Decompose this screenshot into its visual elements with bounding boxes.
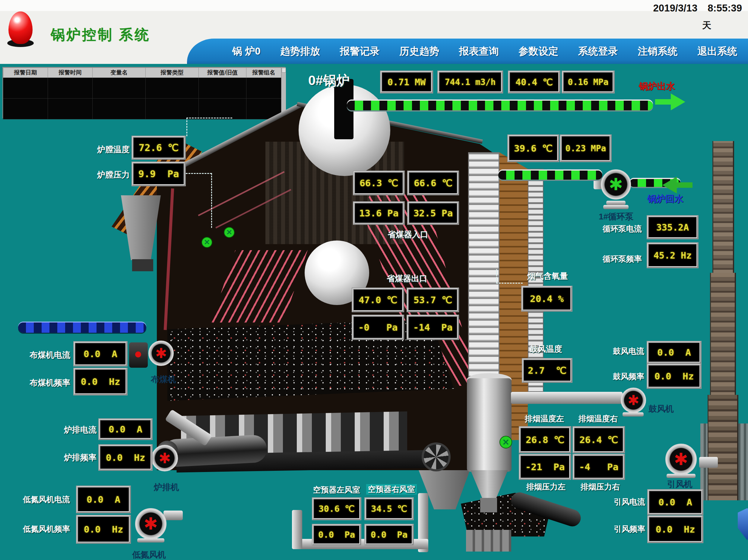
blast-fan-icon[interactable]: ✱ xyxy=(621,388,646,413)
grate-roller xyxy=(162,434,267,467)
lownox-blower-label: 低氮风机 xyxy=(132,549,166,560)
econ-outlet-temp1-display: 47.0 ℃ xyxy=(352,288,403,312)
fan-to-chimney-duct xyxy=(699,457,718,468)
alarm-col-variable: 变量名 xyxy=(93,68,146,78)
menu-system-login[interactable]: 系统登录 xyxy=(578,45,618,58)
menu-exit-system[interactable]: 退出系统 xyxy=(697,45,737,58)
menu-report-query[interactable]: 报表查询 xyxy=(459,45,499,58)
boiler-hmi-screen: 锅炉控制 系统 2019/3/13 8:55:39 天 锅 炉0 趋势排放 报警… xyxy=(0,0,748,560)
menu-alarm-records[interactable]: 报警记录 xyxy=(340,45,380,58)
econ-inlet-temp2-display: 66.6 ℃ xyxy=(408,171,459,195)
date-text: 2019/3/13 xyxy=(653,2,697,14)
coal-feed-pipe xyxy=(18,322,146,333)
exhaust-pres-right-label: 排烟压力右 xyxy=(581,482,620,492)
oxygen-label: 烟气含氧量 xyxy=(527,271,568,282)
alarm-table: 报警日期 报警时间 变量名 报警类型 报警值/旧值 报警组名 xyxy=(2,67,285,118)
circ-current-display: 335.2A xyxy=(647,216,698,239)
aph-left-label: 空预器左风室 xyxy=(313,485,360,495)
dashed-connector xyxy=(186,118,232,118)
induced-freq-display: 0.0 Hz xyxy=(648,516,703,542)
datetime-display: 2019/3/13 8:55:39 xyxy=(633,2,742,14)
coal-machine-label: 布煤机 xyxy=(151,374,176,385)
econ-inlet-pres2-display: 32.5 Pa xyxy=(408,202,459,224)
impeller-glyph: ✱ xyxy=(609,176,623,193)
furnace-pressure-display: 9.9 Pa xyxy=(132,162,185,186)
grate-current-label: 炉排电流 xyxy=(64,424,96,435)
valve-x-glyph: ✕ xyxy=(502,437,509,447)
lownox-outlet xyxy=(163,511,183,520)
exhaust-pres-left-label: 排烟压力左 xyxy=(526,482,565,492)
aph-right-pres-display: 0.0 Pa xyxy=(365,525,413,545)
dashed-connector xyxy=(496,283,523,284)
blast-temp-label: 鼓风温度 xyxy=(530,344,562,355)
alarm-col-date: 报警日期 xyxy=(3,68,48,78)
aph-right-label: 空预器右风室 xyxy=(366,484,417,494)
lownox-freq-display: 0.0 Hz xyxy=(77,515,130,543)
grate-machine-icon[interactable]: ✱ xyxy=(151,445,178,471)
outlet-arrow-icon xyxy=(655,93,685,110)
boiler-title: 0#锅炉 xyxy=(308,72,350,90)
econ-inlet-pres1-display: 13.6 Pa xyxy=(353,202,404,224)
flue-duct xyxy=(511,392,623,404)
exhaust-pres-left-display: -21 Pa xyxy=(519,455,571,479)
menu-boiler0[interactable]: 锅 炉0 xyxy=(232,45,261,58)
alarm-col-time: 报警时间 xyxy=(48,68,93,78)
time-text: 8:55:39 xyxy=(707,2,742,14)
circulation-pump-icon[interactable]: ✱ xyxy=(601,169,631,199)
dust-collector-body xyxy=(467,378,512,472)
power-display: 0.71 MW xyxy=(381,71,433,93)
chimney-base xyxy=(707,395,738,500)
return-pressure-display: 0.23 MPa xyxy=(560,135,611,162)
induced-fan-label: 引风机 xyxy=(667,479,693,490)
day-label: 天 xyxy=(702,19,711,32)
dashed-connector xyxy=(186,118,187,136)
exhaust-temp-left-label: 排烟温度左 xyxy=(525,414,564,424)
blast-temp-display: 2.7 ℃ xyxy=(522,359,572,382)
valve-icon[interactable]: ✕ xyxy=(224,227,235,238)
table-row xyxy=(3,78,281,99)
blast-fan-label: 鼓风机 xyxy=(649,403,674,415)
furnace-temp-display: 72.6 ℃ xyxy=(132,136,185,159)
alarm-table-grid: 报警日期 报警时间 变量名 报警类型 报警值/旧值 报警组名 xyxy=(3,68,281,119)
impeller-glyph: ✱ xyxy=(159,451,171,465)
circulation-pump-label: 1#循环泵 xyxy=(599,211,633,222)
dust-collector-cone xyxy=(470,470,508,499)
menu-trend-emission[interactable]: 趋势排放 xyxy=(280,45,320,58)
oxygen-display: 20.4 % xyxy=(522,286,572,311)
valve-x-glyph: ✕ xyxy=(204,238,210,247)
blast-current-label: 鼓风电流 xyxy=(613,346,644,357)
econ-outlet-pres1-display: -0 Pa xyxy=(352,315,403,339)
menu-logout-system[interactable]: 注销系统 xyxy=(638,45,677,58)
main-menu-bar: 锅 炉0 趋势排放 报警记录 历史趋势 报表查询 参数设定 系统登录 注销系统 … xyxy=(187,39,748,64)
slag-panel xyxy=(466,530,511,552)
valve-x-glyph: ✕ xyxy=(226,228,232,237)
scrollbar-thumb[interactable] xyxy=(282,68,286,73)
hopper-motor xyxy=(132,259,153,271)
econ-inlet-label: 省煤器入口 xyxy=(388,229,428,240)
return-temp-display: 39.6 ℃ xyxy=(508,135,559,162)
induced-fan-icon[interactable]: ✱ xyxy=(665,444,697,475)
menu-history-trend[interactable]: 历史趋势 xyxy=(399,45,439,58)
impeller-glyph: ✱ xyxy=(144,515,158,532)
return-water-label: 锅炉回水 xyxy=(647,193,683,205)
pump-base xyxy=(606,201,626,205)
chimney-top xyxy=(712,141,734,274)
furnace-pressure-label: 炉膛压力 xyxy=(97,169,130,180)
coal-freq-label: 布煤机频率 xyxy=(29,378,70,388)
menu-parameter-setting[interactable]: 参数设定 xyxy=(518,45,558,58)
valve-icon[interactable]: ✕ xyxy=(499,436,512,448)
lownox-blower-icon[interactable]: ✱ xyxy=(135,508,166,539)
aph-left-temp-display: 30.6 ℃ xyxy=(312,498,361,519)
lownox-current-label: 低氮风机电流 xyxy=(23,494,70,505)
grate-current-display: 0.0 A xyxy=(99,419,152,439)
alarm-col-group: 报警组名 xyxy=(247,68,281,78)
circ-freq-label: 循环泵频率 xyxy=(603,254,642,264)
aph-pipe-elbow xyxy=(292,510,302,549)
valve-icon[interactable]: ✕ xyxy=(202,237,212,248)
outlet-pressure-display: 0.16 MPa xyxy=(562,71,614,93)
outlet-water-pipe xyxy=(347,101,653,110)
return-water-pipe xyxy=(498,171,602,180)
impeller-glyph: ✱ xyxy=(628,393,639,407)
coal-freq-display: 0.0 Hz xyxy=(74,368,127,395)
coal-machine-icon[interactable]: ✱ xyxy=(148,341,174,366)
